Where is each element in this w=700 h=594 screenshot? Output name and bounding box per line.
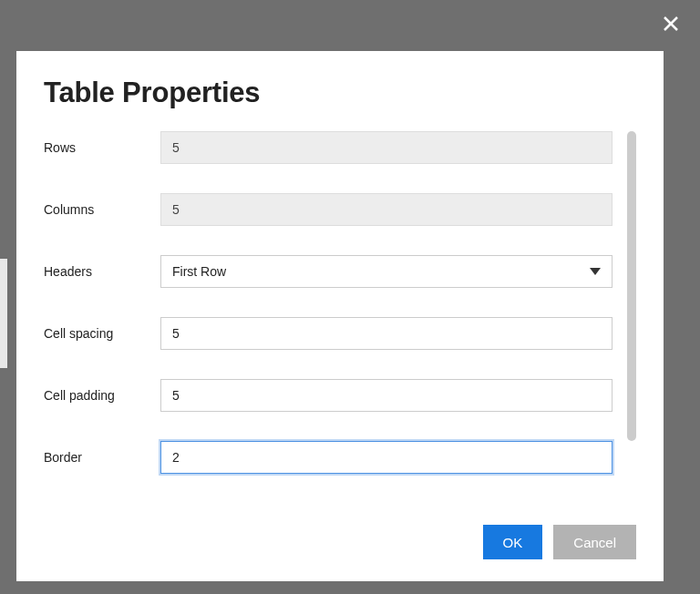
cancel-button[interactable]: Cancel bbox=[553, 525, 636, 559]
dialog-scroll-area: Rows Columns Headers First Row bbox=[44, 131, 636, 525]
label-rows: Rows bbox=[44, 140, 160, 155]
label-cell-padding: Cell padding bbox=[44, 388, 160, 403]
row-cell-padding: Cell padding bbox=[44, 379, 612, 412]
row-border: Border bbox=[44, 441, 612, 474]
close-icon bbox=[662, 15, 680, 36]
label-border: Border bbox=[44, 450, 160, 465]
ok-button[interactable]: OK bbox=[483, 525, 543, 559]
input-columns[interactable] bbox=[160, 193, 612, 226]
dialog-button-row: OK Cancel bbox=[44, 525, 636, 559]
scrollbar-thumb[interactable] bbox=[627, 131, 636, 441]
scrollbar-track[interactable] bbox=[627, 131, 636, 501]
row-columns: Columns bbox=[44, 193, 612, 226]
select-headers[interactable]: First Row bbox=[160, 255, 612, 288]
label-columns: Columns bbox=[44, 202, 160, 217]
label-cell-spacing: Cell spacing bbox=[44, 326, 160, 341]
row-headers: Headers First Row bbox=[44, 255, 612, 288]
select-headers-value: First Row bbox=[172, 264, 226, 279]
backdrop-content-strip bbox=[0, 259, 7, 368]
row-rows: Rows bbox=[44, 131, 612, 164]
input-cell-spacing[interactable] bbox=[160, 317, 612, 350]
input-cell-padding[interactable] bbox=[160, 379, 612, 412]
dialog-title: Table Properties bbox=[44, 77, 636, 109]
label-headers: Headers bbox=[44, 264, 160, 279]
input-border[interactable] bbox=[160, 441, 612, 474]
input-rows[interactable] bbox=[160, 131, 612, 164]
table-properties-dialog: Table Properties Rows Columns Headers Fi… bbox=[16, 51, 664, 581]
close-button[interactable] bbox=[658, 13, 684, 38]
row-cell-spacing: Cell spacing bbox=[44, 317, 612, 350]
